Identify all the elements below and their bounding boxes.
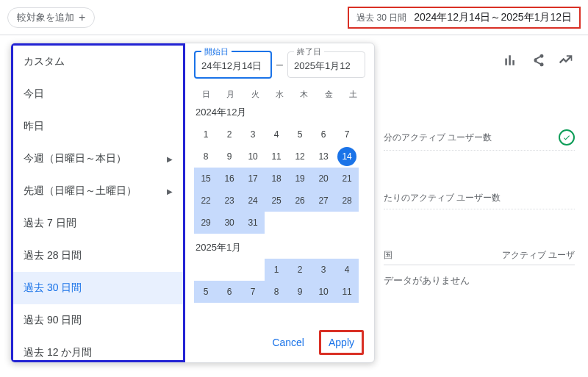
calendar-day[interactable]: 7 (241, 281, 265, 303)
calendar-day[interactable]: 2 (218, 123, 241, 146)
panel-actions: Cancel Apply (266, 330, 364, 355)
calendar-day[interactable]: 7 (335, 123, 359, 146)
end-date-field[interactable]: 終了日 2025年1月12 (287, 51, 365, 78)
calendar-day[interactable]: 21 (335, 168, 359, 190)
calendar-day[interactable]: 23 (218, 190, 241, 212)
preset-item[interactable]: 今週（日曜日～本日）▶ (13, 143, 183, 175)
calendar-day[interactable]: 18 (265, 168, 288, 190)
preset-item[interactable]: 過去 28 日間 (13, 240, 183, 272)
preset-item[interactable]: 過去 30 日間 (13, 272, 183, 304)
calendar-day[interactable]: 19 (288, 168, 312, 190)
date-range-display[interactable]: 過去 30 日間 2024年12月14日～2025年1月12日 (348, 7, 581, 29)
period-range: 2024年12月14日～2025年1月12日 (414, 11, 572, 24)
top-bar: 較対象を追加 + 過去 30 日間 2024年12月14日～2025年1月12日 (0, 0, 588, 35)
calendar-grid-jan: 1234567891011 (194, 259, 365, 303)
calendar-day[interactable]: 2 (288, 259, 312, 281)
calendar-grid-dec: 1234567891011121314151617181920212223242… (194, 123, 365, 234)
start-date-value: 24年12月14日 (201, 60, 265, 73)
period-label: 過去 30 日間 (356, 12, 406, 24)
preset-item[interactable]: 今日 (13, 78, 183, 110)
date-inputs: 開始日 24年12月14日 – 終了日 2025年1月12 (194, 51, 365, 79)
calendar-day[interactable]: 4 (265, 123, 288, 146)
calendar-day[interactable]: 9 (218, 146, 241, 168)
calendar-day[interactable]: 6 (218, 281, 241, 303)
calendar-day[interactable]: 25 (265, 190, 288, 212)
add-compare-label: 較対象を追加 (17, 11, 74, 24)
apply-button[interactable]: Apply (319, 330, 364, 355)
insights-icon[interactable] (559, 53, 573, 71)
calendar-day[interactable]: 20 (312, 168, 335, 190)
metric-2-label: たりのアクティブ ユーザー数 (384, 192, 501, 204)
add-compare-button[interactable]: 較対象を追加 + (7, 7, 95, 28)
calendar-day[interactable]: 22 (194, 190, 218, 212)
calendar-day[interactable]: 26 (288, 190, 312, 212)
calendar-day[interactable]: 6 (312, 123, 335, 146)
calendar-day[interactable]: 8 (265, 281, 288, 303)
col-country: 国 (384, 249, 392, 262)
plus-icon: + (79, 12, 85, 24)
col-active-users: アクティブ ユーザ (502, 249, 575, 262)
date-range-panel: カスタム今日昨日今週（日曜日～本日）▶先週（日曜日～土曜日）▶過去 7 日間過去… (10, 43, 375, 363)
bar-chart-icon[interactable] (503, 53, 517, 71)
end-date-label: 終了日 (294, 46, 324, 57)
calendar-day[interactable]: 17 (241, 168, 265, 190)
check-icon (559, 129, 575, 146)
calendar-day[interactable]: 28 (335, 190, 359, 212)
preset-item[interactable]: カスタム (13, 46, 183, 78)
background-metrics: 分のアクティブ ユーザー数 たりのアクティブ ユーザー数 国 アクティブ ユーザ… (384, 125, 575, 296)
calendar-day[interactable]: 12 (288, 146, 312, 168)
calendar-day[interactable]: 10 (312, 281, 335, 303)
calendar-day[interactable]: 5 (288, 123, 312, 146)
calendar-day[interactable]: 3 (241, 123, 265, 146)
preset-item[interactable]: 昨日 (13, 110, 183, 143)
calendar-day[interactable]: 14 (335, 146, 359, 168)
calendar-day[interactable]: 10 (241, 146, 265, 168)
calendar-day[interactable]: 3 (312, 259, 335, 281)
end-date-value: 2025年1月12 (294, 60, 359, 73)
chevron-right-icon: ▶ (167, 155, 173, 163)
share-icon[interactable] (531, 53, 545, 71)
calendar-day[interactable]: 11 (265, 146, 288, 168)
preset-item[interactable]: 過去 7 日間 (13, 207, 183, 240)
calendar-day[interactable]: 8 (194, 146, 218, 168)
preset-item[interactable]: 過去 90 日間 (13, 304, 183, 337)
calendar-day[interactable]: 1 (265, 259, 288, 281)
start-date-label: 開始日 (201, 46, 232, 57)
calendar-day[interactable]: 9 (288, 281, 312, 303)
chevron-right-icon: ▶ (167, 187, 173, 195)
preset-item[interactable]: 過去 12 か月間 (13, 337, 183, 362)
calendar-day[interactable]: 31 (241, 212, 265, 234)
calendar-day[interactable]: 11 (335, 281, 359, 303)
calendar-day[interactable]: 5 (194, 281, 218, 303)
cancel-button[interactable]: Cancel (266, 332, 310, 353)
month-jan-label: 2025年1月 (196, 241, 365, 254)
calendar-day[interactable]: 16 (218, 168, 241, 190)
calendar-day[interactable]: 15 (194, 168, 218, 190)
month-dec-label: 2024年12月 (196, 106, 365, 119)
toolbar-icons (503, 53, 573, 71)
preset-item[interactable]: 先週（日曜日～土曜日）▶ (13, 175, 183, 207)
calendar-day[interactable]: 27 (312, 190, 335, 212)
calendar-day[interactable]: 1 (194, 123, 218, 146)
start-date-field[interactable]: 開始日 24年12月14日 (194, 51, 272, 79)
calendar-day[interactable]: 29 (194, 212, 218, 234)
calendar-day[interactable]: 13 (312, 146, 335, 168)
preset-list: カスタム今日昨日今週（日曜日～本日）▶先週（日曜日～土曜日）▶過去 7 日間過去… (11, 43, 185, 362)
date-dash: – (276, 58, 283, 71)
no-data-text: データがありません (384, 265, 575, 296)
metric-1-label: 分のアクティブ ユーザー数 (384, 132, 492, 144)
calendar-day[interactable]: 30 (218, 212, 241, 234)
calendar-day[interactable]: 4 (335, 259, 359, 281)
calendar-side: 開始日 24年12月14日 – 終了日 2025年1月12 日月火水木金土 20… (185, 43, 374, 362)
calendar-day[interactable]: 24 (241, 190, 265, 212)
day-of-week-header: 日月火水木金土 (194, 89, 365, 100)
